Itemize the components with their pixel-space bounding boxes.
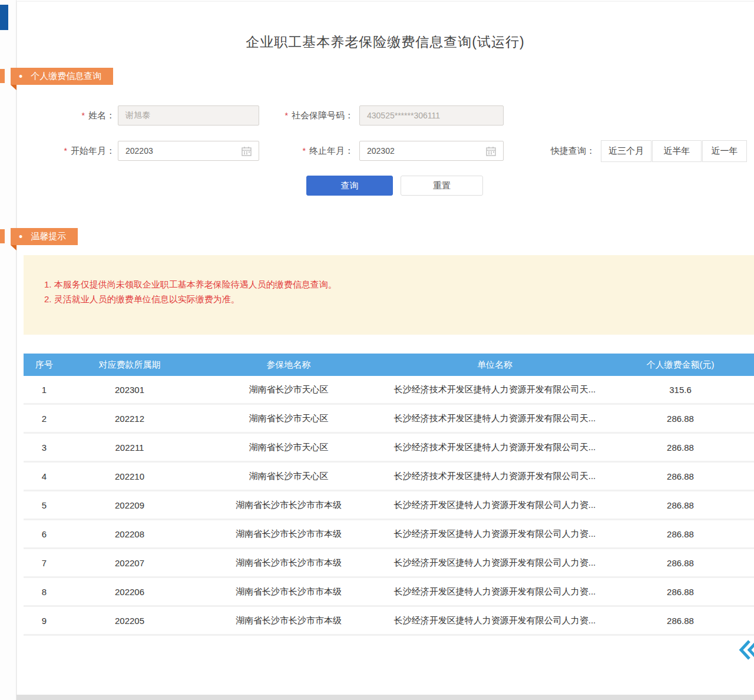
- table-cell: 286.88: [607, 587, 754, 597]
- required-asterisk: *: [303, 146, 306, 156]
- quick-btn-halfyear[interactable]: 近半年: [652, 140, 702, 162]
- table-cell: 286.88: [607, 616, 754, 626]
- background-badge-sliver: [0, 229, 5, 243]
- table-cell: 湖南省长沙市天心区: [194, 471, 383, 482]
- table-cell: 202206: [65, 587, 194, 597]
- query-button[interactable]: 查询: [306, 176, 393, 196]
- table-cell: 202205: [65, 616, 194, 626]
- table-cell: 长沙经济开发区捷特人力资源开发有限公司人力资...: [383, 557, 607, 569]
- table-cell: 长沙经济开发区捷特人力资源开发有限公司人力资...: [383, 586, 607, 597]
- tips-line-1: 1. 本服务仅提供尚未领取企业职工基本养老保险待遇人员的缴费信息查询。: [44, 277, 337, 292]
- table-row[interactable]: 1202301湖南省长沙市天心区长沙经济技术开发区捷特人力资源开发有限公司天..…: [24, 376, 754, 405]
- table-cell: 202208: [65, 529, 194, 539]
- table-cell: 5: [24, 500, 65, 510]
- section-badge-tips: • 温馨提示: [11, 228, 78, 245]
- table-row[interactable]: 6202208湖南省长沙市长沙市市本级长沙经济开发区捷特人力资源开发有限公司人力…: [24, 520, 754, 549]
- table-row[interactable]: 3202211湖南省长沙市天心区长沙经济技术开发区捷特人力资源开发有限公司天..…: [24, 434, 754, 463]
- bullet-icon: •: [19, 71, 22, 82]
- table-header-cell: 序号: [24, 359, 65, 371]
- table-row[interactable]: 7202207湖南省长沙市长沙市市本级长沙经济开发区捷特人力资源开发有限公司人力…: [24, 549, 754, 578]
- table-cell: 202210: [65, 471, 194, 481]
- table-cell: 长沙经济技术开发区捷特人力资源开发有限公司天...: [383, 413, 607, 424]
- section-badge-tips-label: 温馨提示: [31, 231, 66, 242]
- table-cell: 长沙经济开发区捷特人力资源开发有限公司人力资...: [383, 529, 607, 540]
- table-cell: 长沙经济技术开发区捷特人力资源开发有限公司天...: [383, 442, 607, 453]
- ssn-label: * 社会保障号码：: [271, 105, 353, 126]
- table-cell: 202301: [65, 385, 194, 395]
- table-cell: 286.88: [607, 500, 754, 510]
- results-table: 序号对应费款所属期参保地名称单位名称个人缴费金额(元) 1202301湖南省长沙…: [24, 354, 754, 636]
- table-cell: 4: [24, 471, 65, 481]
- ssn-field[interactable]: 430525******306111: [359, 105, 504, 126]
- tips-line-2: 2. 灵活就业人员的缴费单位信息以实际缴费为准。: [44, 292, 337, 306]
- table-cell: 202212: [65, 414, 194, 424]
- table-body: 1202301湖南省长沙市天心区长沙经济技术开发区捷特人力资源开发有限公司天..…: [24, 376, 754, 636]
- table-cell: 315.6: [607, 385, 754, 395]
- table-header-row: 序号对应费款所属期参保地名称单位名称个人缴费金额(元): [24, 354, 754, 376]
- table-cell: 286.88: [607, 529, 754, 539]
- table-cell: 6: [24, 529, 65, 539]
- background-panel-sliver: [0, 0, 16, 700]
- reset-button[interactable]: 重置: [401, 176, 483, 196]
- end-month-label: * 终止年月：: [271, 141, 353, 161]
- table-row[interactable]: 2202212湖南省长沙市天心区长沙经济技术开发区捷特人力资源开发有限公司天..…: [24, 405, 754, 434]
- quick-btn-3months[interactable]: 近三个月: [601, 140, 652, 162]
- name-field[interactable]: 谢旭泰: [118, 105, 259, 126]
- section-badge-query: • 个人缴费信息查询: [11, 68, 113, 85]
- table-cell: 286.88: [607, 443, 754, 453]
- table-cell: 湖南省长沙市长沙市市本级: [194, 500, 383, 511]
- table-header-cell: 对应费款所属期: [65, 359, 194, 371]
- table-cell: 286.88: [607, 471, 754, 481]
- table-header-cell: 单位名称: [383, 359, 607, 371]
- required-asterisk: *: [285, 111, 288, 120]
- start-month-value: 202203: [125, 146, 242, 156]
- table-header-cell: 参保地名称: [194, 359, 383, 371]
- required-asterisk: *: [82, 111, 85, 120]
- table-cell: 湖南省长沙市长沙市市本级: [194, 586, 383, 597]
- name-label: * 姓名：: [52, 105, 115, 126]
- quick-btn-year[interactable]: 近一年: [702, 140, 747, 162]
- calendar-icon[interactable]: [486, 146, 496, 156]
- table-cell: 湖南省长沙市天心区: [194, 384, 383, 395]
- table-header-cell: 个人缴费金额(元): [607, 359, 754, 371]
- start-month-field[interactable]: 202203: [118, 141, 259, 161]
- table-cell: 湖南省长沙市天心区: [194, 413, 383, 424]
- table-cell: 2: [24, 414, 65, 424]
- double-chevron-left-icon[interactable]: [738, 639, 754, 661]
- table-cell: 1: [24, 385, 65, 395]
- table-cell: 202209: [65, 500, 194, 510]
- table-row[interactable]: 4202210湖南省长沙市天心区长沙经济技术开发区捷特人力资源开发有限公司天..…: [24, 463, 754, 491]
- table-cell: 长沙经济开发区捷特人力资源开发有限公司人力资...: [383, 500, 607, 511]
- table-cell: 7: [24, 558, 65, 568]
- table-cell: 202207: [65, 558, 194, 568]
- required-asterisk: *: [64, 146, 67, 156]
- background-badge-sliver: [0, 69, 5, 83]
- table-cell: 湖南省长沙市长沙市市本级: [194, 557, 383, 569]
- badge-fold: [11, 245, 16, 250]
- table-cell: 286.88: [607, 558, 754, 568]
- tips-text: 1. 本服务仅提供尚未领取企业职工基本养老保险待遇人员的缴费信息查询。 2. 灵…: [44, 277, 337, 306]
- table-cell: 长沙经济技术开发区捷特人力资源开发有限公司天...: [383, 471, 607, 482]
- table-row[interactable]: 8202206湖南省长沙市长沙市市本级长沙经济开发区捷特人力资源开发有限公司人力…: [24, 578, 754, 607]
- page-title: 企业职工基本养老保险缴费信息查询(试运行): [16, 33, 754, 51]
- ssn-value: 430525******306111: [367, 111, 496, 120]
- table-row[interactable]: 5202209湖南省长沙市长沙市市本级长沙经济开发区捷特人力资源开发有限公司人力…: [24, 491, 754, 520]
- table-cell: 湖南省长沙市长沙市市本级: [194, 529, 383, 540]
- bullet-icon: •: [19, 232, 22, 242]
- end-month-field[interactable]: 202302: [359, 141, 504, 161]
- table-cell: 286.88: [607, 414, 754, 424]
- table-cell: 长沙经济开发区捷特人力资源开发有限公司人力资...: [383, 615, 607, 626]
- badge-fold: [11, 85, 16, 90]
- table-cell: 3: [24, 443, 65, 453]
- table-cell: 9: [24, 616, 65, 626]
- end-month-value: 202302: [367, 146, 486, 156]
- name-value: 谢旭泰: [125, 110, 252, 121]
- table-cell: 湖南省长沙市长沙市市本级: [194, 615, 383, 626]
- calendar-icon[interactable]: [242, 146, 252, 156]
- table-row[interactable]: 9202205湖南省长沙市长沙市市本级长沙经济开发区捷特人力资源开发有限公司人力…: [24, 607, 754, 636]
- table-cell: 8: [24, 587, 65, 597]
- section-badge-query-label: 个人缴费信息查询: [31, 71, 101, 82]
- quick-query-label: 快捷查询：: [551, 140, 595, 161]
- table-cell: 长沙经济技术开发区捷特人力资源开发有限公司天...: [383, 384, 607, 395]
- table-cell: 湖南省长沙市天心区: [194, 442, 383, 453]
